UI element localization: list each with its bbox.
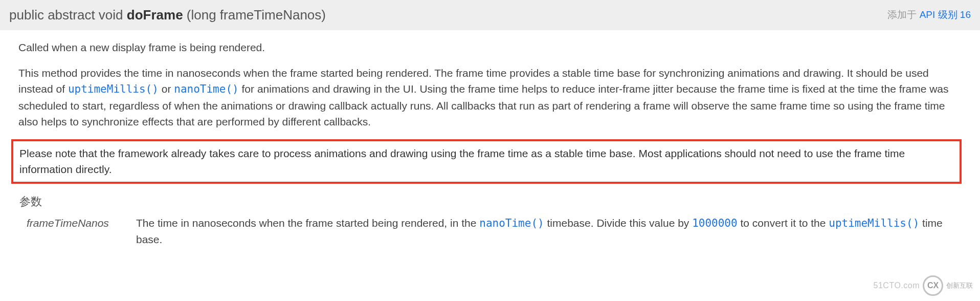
- signature-params: (long frameTimeNanos): [183, 7, 326, 23]
- param-description: The time in nanoseconds when the frame s…: [136, 214, 962, 248]
- api-added-label: 添加于 API 级别 16: [887, 8, 971, 23]
- param-desc-a: The time in nanoseconds when the frame s…: [136, 217, 479, 229]
- param-desc-b: timebase. Divide this value by: [544, 217, 692, 229]
- method-signature-bar: public abstract void doFrame (long frame…: [0, 0, 980, 30]
- signature-prefix: public abstract void: [9, 7, 127, 23]
- note-highlight-box: Please note that the framework already t…: [11, 139, 962, 184]
- method-signature: public abstract void doFrame (long frame…: [9, 5, 326, 25]
- nanotime-link-2[interactable]: nanoTime(): [479, 217, 544, 229]
- divisor-constant: 1000000: [692, 217, 738, 229]
- api-level-link[interactable]: API 级别 16: [920, 9, 971, 20]
- doc-content: Called when a new display frame is being…: [0, 39, 980, 257]
- desc-text-b: or: [159, 83, 174, 95]
- uptimemillis-link-2[interactable]: uptimeMillis(): [829, 217, 919, 229]
- signature-method-name: doFrame: [127, 7, 183, 23]
- uptimemillis-link[interactable]: uptimeMillis(): [68, 83, 159, 95]
- param-name: frameTimeNanos: [27, 214, 124, 248]
- params-heading: 参数: [19, 193, 962, 210]
- api-added-prefix: 添加于: [887, 9, 919, 20]
- nanotime-link[interactable]: nanoTime(): [174, 83, 238, 95]
- description-paragraph: This method provides the time in nanosec…: [18, 65, 962, 130]
- param-desc-c: to convert it to the: [738, 217, 829, 229]
- param-row: frameTimeNanos The time in nanoseconds w…: [27, 214, 962, 248]
- summary-paragraph: Called when a new display frame is being…: [18, 39, 962, 56]
- note-text: Please note that the framework already t…: [19, 147, 905, 176]
